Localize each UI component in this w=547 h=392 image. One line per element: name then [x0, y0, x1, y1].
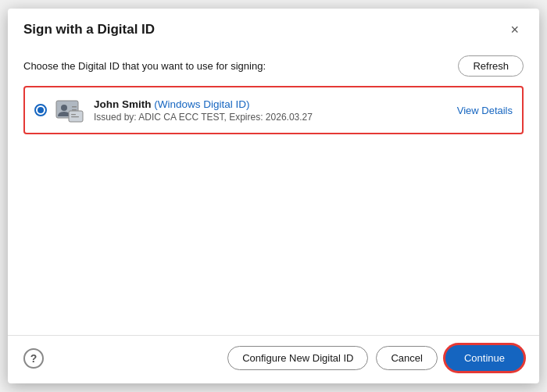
- radio-button[interactable]: [34, 104, 47, 116]
- refresh-button[interactable]: Refresh: [458, 55, 524, 77]
- view-details-button[interactable]: View Details: [457, 105, 513, 116]
- id-item[interactable]: John Smith (Windows Digital ID) Issued b…: [23, 86, 524, 134]
- close-button[interactable]: ×: [506, 21, 524, 38]
- footer-right: Configure New Digital ID Cancel Continue: [227, 345, 524, 371]
- choose-label: Choose the Digital ID that you want to u…: [23, 60, 266, 72]
- dialog-body: Choose the Digital ID that you want to u…: [8, 48, 539, 335]
- choose-row: Choose the Digital ID that you want to u…: [23, 55, 524, 77]
- spacer: [23, 134, 524, 327]
- id-info: John Smith (Windows Digital ID) Issued b…: [94, 98, 457, 123]
- continue-button[interactable]: Continue: [445, 345, 524, 371]
- svg-rect-6: [71, 116, 79, 117]
- id-name: John Smith (Windows Digital ID): [94, 98, 457, 110]
- svg-rect-5: [71, 114, 76, 115]
- cancel-button[interactable]: Cancel: [376, 346, 437, 370]
- sign-digital-id-dialog: Sign with a Digital ID × Choose the Digi…: [8, 9, 539, 383]
- id-icon: [55, 95, 84, 125]
- dialog-footer: ? Configure New Digital ID Cancel Contin…: [8, 335, 539, 383]
- dialog-title: Sign with a Digital ID: [23, 22, 155, 37]
- configure-button[interactable]: Configure New Digital ID: [227, 346, 368, 370]
- svg-rect-3: [72, 109, 77, 111]
- id-list: John Smith (Windows Digital ID) Issued b…: [23, 86, 524, 134]
- radio-col: [34, 104, 47, 116]
- svg-point-1: [61, 105, 67, 111]
- svg-rect-2: [72, 106, 77, 108]
- id-issued: Issued by: ADIC CA ECC TEST, Expires: 20…: [94, 112, 457, 123]
- dialog-header: Sign with a Digital ID ×: [8, 9, 539, 48]
- help-button[interactable]: ?: [23, 348, 44, 369]
